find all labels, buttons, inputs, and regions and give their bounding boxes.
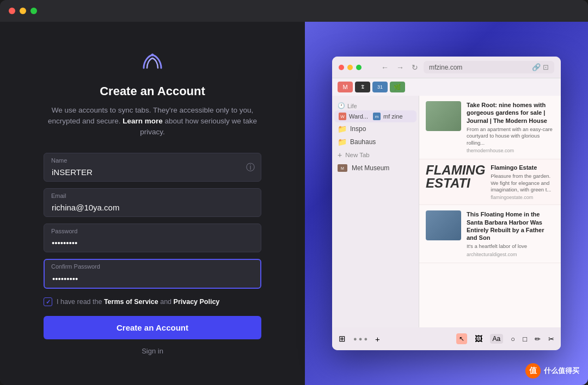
circle-icon[interactable]: ○ xyxy=(511,335,515,343)
flamingo-article-desc: Pleasure from the garden. We fight for e… xyxy=(491,173,554,193)
terms-checkbox-row: ✓ I have read the Terms of Service and P… xyxy=(44,297,261,306)
text-icon[interactable]: Aa xyxy=(490,334,504,344)
bookmark-leaf[interactable]: 🌿 xyxy=(390,82,405,92)
close-button[interactable] xyxy=(9,8,15,14)
watermark: 值 什么值得买 xyxy=(525,363,579,378)
signup-panel: Create an Account We use accounts to syn… xyxy=(0,22,305,385)
tab-favicon-mf: m xyxy=(373,113,381,120)
name-input[interactable] xyxy=(44,153,261,182)
password-input[interactable] xyxy=(44,223,261,252)
article-text-1: Take Root: nine homes with gorgeous gard… xyxy=(467,101,554,153)
address-bar-icons: 🔗 ⊡ xyxy=(532,63,549,71)
tab-group-row[interactable]: W Ward... m mf zine xyxy=(334,110,416,122)
square-icon[interactable]: □ xyxy=(523,335,527,343)
browser-toolbar: ← → ↻ mfzine.com 🔗 ⊡ xyxy=(332,57,561,78)
article-card-1: Take Root: nine homes with gorgeous gard… xyxy=(419,96,561,159)
privacy-policy-link[interactable]: Privacy Policy xyxy=(174,298,220,306)
terms-checkbox[interactable]: ✓ xyxy=(44,297,52,306)
svg-point-0 xyxy=(151,53,154,56)
article-source-3: architecturaldigest.com xyxy=(467,252,554,257)
address-text: mfzine.com xyxy=(429,64,462,71)
browser-minimize-button[interactable] xyxy=(347,65,353,70)
bookmarks-bar: M 𝕿 31 🌿 xyxy=(332,78,561,96)
title-bar xyxy=(0,0,588,22)
tab-label-ward: Ward... xyxy=(349,113,368,120)
article-text-3: This Floating Home in the Santa Barbara … xyxy=(467,210,554,257)
plus-icon: + xyxy=(338,151,342,159)
folder-inspo[interactable]: 📁 Inspo xyxy=(332,122,419,135)
signin-link[interactable]: Sign in xyxy=(142,347,163,355)
image-icon[interactable]: 🖼 xyxy=(475,334,482,343)
terms-of-service-link[interactable]: Terms of Service xyxy=(104,298,158,306)
app-window: Create an Account We use accounts to syn… xyxy=(0,0,588,385)
met-museum-icon: M xyxy=(338,164,347,172)
flamingo-article-title: Flamingo Estate xyxy=(491,164,554,171)
password-field-group: Password xyxy=(44,223,261,252)
article-title-3: This Floating Home in the Santa Barbara … xyxy=(467,210,554,241)
terms-label: I have read the Terms of Service and Pri… xyxy=(57,298,219,306)
browser-body: 🕐 Life W Ward... m mf zine 📁 Insp xyxy=(332,96,561,327)
section-label-text: Life xyxy=(347,103,357,109)
address-bar[interactable]: mfzine.com 🔗 ⊡ xyxy=(424,61,554,73)
flamingo-article-source: flamingoestate.com xyxy=(491,195,554,200)
confirm-password-input-wrapper: Confirm Password xyxy=(44,259,261,289)
minimize-button[interactable] xyxy=(20,8,26,14)
email-input[interactable] xyxy=(44,188,261,217)
reader-icon: ⊡ xyxy=(543,63,549,71)
bookmark-gmail[interactable]: M xyxy=(338,82,353,92)
met-museum-item[interactable]: M Met Museum xyxy=(332,162,419,175)
flamingo-article-text: Flamingo Estate Pleasure from the garden… xyxy=(491,164,554,200)
section-label-life: 🕐 Life xyxy=(332,100,419,110)
name-field-group: Name ⓘ xyxy=(44,153,261,182)
article-card-flamingo: FLAMINGESTATI Flamingo Estate Pleasure f… xyxy=(419,159,561,205)
info-icon: ⓘ xyxy=(246,162,255,173)
folder-label-inspo: Inspo xyxy=(350,125,366,133)
scissors-icon[interactable]: ✂ xyxy=(548,335,554,343)
password-input-wrapper: Password xyxy=(44,223,261,252)
tabs-icon[interactable]: ⊞ xyxy=(339,334,346,344)
folder-bauhaus[interactable]: 📁 Bauhaus xyxy=(332,135,419,148)
browser-content: Take Root: nine homes with gorgeous gard… xyxy=(419,96,561,327)
name-input-wrapper: Name ⓘ xyxy=(44,153,261,182)
traffic-lights xyxy=(9,8,37,14)
folder-icon-inspo: 📁 xyxy=(338,125,347,133)
form-subtitle: We use accounts to sync tabs. They're ac… xyxy=(44,105,261,138)
learn-more-link[interactable]: Learn more xyxy=(122,117,163,125)
checkmark-icon: ✓ xyxy=(46,299,51,306)
terms-and: and xyxy=(160,298,171,306)
page-title: Create an Account xyxy=(100,84,205,98)
folder-label-bauhaus: Bauhaus xyxy=(350,138,376,146)
dot-indicator: ● ● ● xyxy=(353,336,367,342)
article-source-1: themodernhouse.com xyxy=(467,148,554,153)
back-icon[interactable]: ← xyxy=(379,62,391,73)
watermark-logo: 值 xyxy=(525,363,541,378)
browser-bottom-bar: ⊞ ● ● ● + ↖ 🖼 Aa ○ □ ✏ ✂ xyxy=(332,327,561,350)
article-title-1: Take Root: nine homes with gorgeous gard… xyxy=(467,101,554,125)
terms-before: I have read the xyxy=(57,298,102,306)
tab-label-mf: mf zine xyxy=(383,113,402,120)
browser-window: ← → ↻ mfzine.com 🔗 ⊡ M 𝕿 31 xyxy=(332,57,561,350)
cursor-icon[interactable]: ↖ xyxy=(456,333,467,344)
add-tab-bottom-icon[interactable]: + xyxy=(375,334,380,344)
arc-logo-icon xyxy=(139,52,166,76)
article-desc-3: It's a heartfelt labor of love xyxy=(467,243,554,250)
folder-icon-bauhaus: 📁 xyxy=(338,138,347,146)
bookmark-31[interactable]: 31 xyxy=(372,82,388,92)
tab-favicon-ward: W xyxy=(339,113,346,120)
create-account-button[interactable]: Create an Account xyxy=(44,316,261,339)
flamingo-big-text: FLAMINGESTATI xyxy=(426,164,485,200)
article-card-3: This Floating Home in the Santa Barbara … xyxy=(419,205,561,263)
browser-maximize-button[interactable] xyxy=(356,65,362,70)
refresh-icon[interactable]: ↻ xyxy=(409,62,420,73)
pen-icon[interactable]: ✏ xyxy=(535,335,541,343)
clock-icon: 🕐 xyxy=(338,102,345,109)
add-new-tab-button[interactable]: + New Tab xyxy=(332,148,419,162)
browser-sidebar: 🕐 Life W Ward... m mf zine 📁 Insp xyxy=(332,96,419,327)
confirm-password-input[interactable] xyxy=(44,259,261,289)
bookmark-nyt[interactable]: 𝕿 xyxy=(355,82,370,92)
maximize-button[interactable] xyxy=(30,8,37,14)
browser-close-button[interactable] xyxy=(339,65,344,70)
forward-icon[interactable]: → xyxy=(394,62,406,73)
watermark-text: 什么值得买 xyxy=(544,366,579,376)
email-input-wrapper: Email xyxy=(44,188,261,217)
